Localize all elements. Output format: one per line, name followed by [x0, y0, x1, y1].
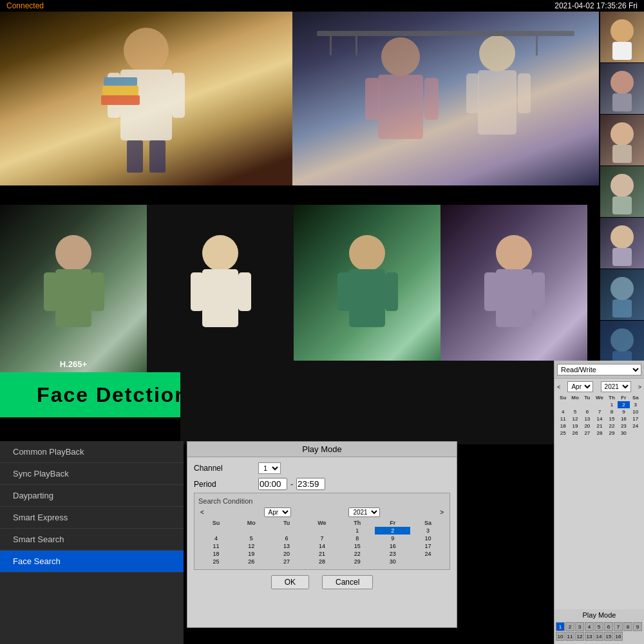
rp-cal-day[interactable]: 4: [557, 408, 569, 415]
cal-day[interactable]: 27: [269, 558, 305, 565]
menu-item-face-search[interactable]: Face Search: [0, 551, 184, 573]
cal-day[interactable]: 13: [269, 542, 305, 550]
rp-cal-day[interactable]: 12: [569, 415, 581, 422]
play-mode-num-13[interactable]: 13: [585, 632, 594, 641]
cal-day[interactable]: [305, 527, 340, 535]
cal-year-select[interactable]: 2021: [348, 507, 380, 517]
cal-day[interactable]: 12: [234, 542, 269, 550]
cal-day[interactable]: 24: [410, 550, 446, 558]
play-mode-num-2[interactable]: 2: [565, 622, 574, 631]
channel-select[interactable]: 1234: [258, 462, 281, 474]
cal-day[interactable]: 8: [339, 535, 375, 542]
cal-day[interactable]: 11: [198, 542, 234, 550]
rp-cal-day[interactable]: 10: [630, 408, 641, 415]
camera-cell-2[interactable]: [292, 12, 599, 185]
play-mode-num-8[interactable]: 8: [623, 622, 632, 631]
menu-item-smart-search[interactable]: Smart Search: [0, 529, 184, 551]
rp-cal-day[interactable]: 9: [618, 408, 629, 415]
play-mode-num-12[interactable]: 12: [575, 632, 584, 641]
cal-day[interactable]: 20: [269, 550, 305, 558]
camera-cell-6[interactable]: H.265+: [440, 205, 587, 372]
rp-cal-day[interactable]: 29: [606, 430, 618, 437]
rp-cal-day[interactable]: 15: [606, 415, 618, 422]
thumb-2[interactable]: [600, 63, 644, 115]
cal-day[interactable]: 4: [198, 535, 234, 542]
cal-day[interactable]: 19: [234, 550, 269, 558]
rp-cal-day[interactable]: 11: [557, 415, 569, 422]
play-mode-num-1[interactable]: 1: [556, 622, 565, 631]
cal-day[interactable]: [198, 527, 234, 535]
rp-cal-day[interactable]: 30: [618, 430, 629, 437]
thumb-3[interactable]: [600, 115, 644, 166]
cal-day[interactable]: 16: [375, 542, 410, 550]
rp-cal-day[interactable]: 20: [582, 422, 593, 430]
cal-prev-btn[interactable]: <: [198, 509, 206, 516]
cal-day[interactable]: [269, 527, 305, 535]
rp-cal-day[interactable]: 14: [593, 415, 606, 422]
rp-cal-day[interactable]: [593, 401, 606, 408]
play-mode-num-10[interactable]: 10: [556, 632, 565, 641]
menu-item-smart-express[interactable]: Smart Express: [0, 507, 184, 529]
cal-day[interactable]: 23: [375, 550, 410, 558]
rp-cal-prev[interactable]: <: [557, 384, 560, 390]
play-mode-num-16[interactable]: 16: [614, 632, 623, 641]
cal-day[interactable]: 9: [375, 535, 410, 542]
cancel-button[interactable]: Cancel: [322, 575, 373, 589]
rp-cal-day[interactable]: 2: [618, 401, 629, 408]
play-mode-num-9[interactable]: 9: [633, 622, 642, 631]
rp-cal-day[interactable]: 19: [569, 422, 581, 430]
cal-day[interactable]: [410, 558, 446, 565]
play-mode-num-15[interactable]: 15: [604, 632, 613, 641]
rp-cal-day[interactable]: 24: [630, 422, 641, 430]
menu-item-sync-playback[interactable]: Sync PlayBack: [0, 463, 184, 485]
cal-day[interactable]: 18: [198, 550, 234, 558]
cal-day[interactable]: 5: [234, 535, 269, 542]
menu-item-dayparting[interactable]: Dayparting: [0, 485, 184, 507]
play-mode-num-3[interactable]: 3: [575, 622, 584, 631]
cal-day[interactable]: 30: [375, 558, 410, 565]
cal-day[interactable]: 2: [375, 527, 410, 535]
rp-cal-day[interactable]: [569, 401, 581, 408]
play-mode-num-14[interactable]: 14: [594, 632, 603, 641]
rp-cal-day[interactable]: 17: [630, 415, 641, 422]
play-mode-num-6[interactable]: 6: [604, 622, 613, 631]
rp-cal-day[interactable]: 27: [582, 430, 593, 437]
cal-day[interactable]: 17: [410, 542, 446, 550]
play-mode-num-7[interactable]: 7: [614, 622, 623, 631]
cal-month-select[interactable]: Apr: [264, 507, 291, 517]
rp-month-select[interactable]: Apr: [567, 381, 593, 392]
camera-cell-1[interactable]: [0, 12, 292, 185]
rp-cal-day[interactable]: 23: [618, 422, 629, 430]
cal-day[interactable]: 14: [305, 542, 340, 550]
cal-day[interactable]: 29: [339, 558, 375, 565]
ok-button[interactable]: OK: [271, 575, 309, 589]
rp-cal-day[interactable]: 28: [593, 430, 606, 437]
rp-year-select[interactable]: 2021: [601, 381, 631, 392]
cal-day[interactable]: 3: [410, 527, 446, 535]
rp-cal-day[interactable]: 26: [569, 430, 581, 437]
camera-cell-5[interactable]: H.265+: [294, 205, 440, 372]
cal-day[interactable]: 21: [305, 550, 340, 558]
cal-day[interactable]: 26: [234, 558, 269, 565]
rp-cal-day[interactable]: 18: [557, 422, 569, 430]
rp-cal-day[interactable]: 13: [582, 415, 593, 422]
play-mode-num-5[interactable]: 5: [594, 622, 603, 631]
cal-day[interactable]: 15: [339, 542, 375, 550]
rp-cal-day[interactable]: 21: [593, 422, 606, 430]
rp-cal-day[interactable]: 7: [593, 408, 606, 415]
cal-day[interactable]: 7: [305, 535, 340, 542]
period-start-input[interactable]: [258, 478, 287, 490]
rp-cal-day[interactable]: [582, 401, 593, 408]
cal-day[interactable]: 25: [198, 558, 234, 565]
rp-cal-next[interactable]: >: [638, 384, 641, 390]
cal-day[interactable]: 22: [339, 550, 375, 558]
cal-day[interactable]: 10: [410, 535, 446, 542]
rp-cal-day[interactable]: 22: [606, 422, 618, 430]
cal-next-btn[interactable]: >: [438, 509, 446, 516]
cal-day[interactable]: 6: [269, 535, 305, 542]
thumb-1[interactable]: [600, 12, 644, 63]
thumb-5[interactable]: [600, 218, 644, 269]
camera-cell-4[interactable]: H.265+: [147, 205, 294, 372]
camera-cell-3[interactable]: H.265+: [0, 205, 147, 372]
play-mode-num-4[interactable]: 4: [585, 622, 594, 631]
